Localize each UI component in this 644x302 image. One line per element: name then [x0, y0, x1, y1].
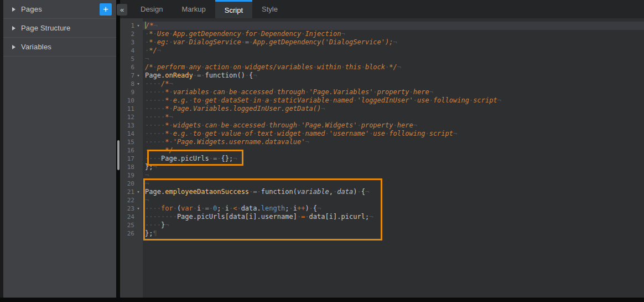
- code-token: ,·: [329, 188, 337, 196]
- code-line[interactable]: ·····*·variables·can·be·accessed·through…: [143, 88, 644, 96]
- whitespace-dot: ·: [145, 38, 149, 46]
- add-page-button[interactable]: +: [100, 3, 112, 16]
- code-line[interactable]: ¬: [143, 196, 644, 204]
- whitespace-dot: ·: [261, 96, 265, 104]
- code-line[interactable]: ·*·Use·App.getDependency·for·Dependency·…: [143, 30, 644, 38]
- whitespace-dot: ·: [153, 130, 157, 137]
- code-line[interactable]: Page.onReady·=·function()·{¬: [143, 71, 644, 80]
- end-of-line-marker: ¬: [393, 38, 397, 46]
- code-token: ;·i·: [217, 204, 233, 212]
- fold-arrow-icon[interactable]: ▾: [134, 71, 142, 80]
- fold-arrow-icon[interactable]: ▾: [134, 204, 142, 213]
- code-line[interactable]: };¶: [143, 229, 644, 238]
- code-line[interactable]: ·····*/¬: [143, 146, 644, 155]
- whitespace-dot: ·: [157, 204, 161, 212]
- tab-style[interactable]: Style: [252, 0, 287, 18]
- whitespace-dot: ·: [289, 204, 293, 212]
- code-area[interactable]: /*¬·*·Use·App.getDependency·for·Dependen…: [143, 18, 644, 298]
- whitespace-dot: ·: [161, 138, 165, 146]
- end-of-line-marker: ¬: [145, 180, 149, 187]
- script-editor[interactable]: 1▾234567▾8▾9101112131415161718192021▾222…: [120, 18, 644, 298]
- code-token: =: [253, 188, 257, 196]
- whitespace-dot: ·: [309, 204, 313, 212]
- whitespace-dot: ·: [241, 63, 245, 71]
- line-number: 24: [120, 213, 134, 221]
- line-number: 23: [120, 204, 134, 213]
- tab-design[interactable]: Design: [131, 0, 172, 18]
- whitespace-dot: ·: [237, 88, 241, 96]
- code-line[interactable]: ·····*·'Page.Widgets.username.datavalue'…: [143, 138, 644, 146]
- sidebar-item-variables[interactable]: Variables: [3, 38, 116, 57]
- whitespace-dot: ·: [249, 38, 253, 46]
- code-line[interactable]: ·····*·Page.Variables.loggedInUser.getDa…: [143, 105, 644, 113]
- code-line[interactable]: ¬: [143, 171, 644, 180]
- whitespace-dot: ·: [153, 113, 157, 121]
- whitespace-dot: ·: [153, 138, 157, 146]
- whitespace-dot: ·: [153, 105, 157, 112]
- fold-arrow-icon[interactable]: ▾: [134, 188, 142, 196]
- whitespace-dot: ·: [209, 155, 213, 162]
- whitespace-dot: ·: [201, 121, 205, 129]
- whitespace-dot: ·: [153, 204, 157, 212]
- code-line[interactable]: /*·perform·any·action·on·widgets/variabl…: [143, 63, 644, 71]
- whitespace-dot: ·: [157, 113, 161, 121]
- code-token: )·{: [353, 188, 365, 196]
- code-token: ·*·eg:·var·DialogService·=·App.getDepend…: [145, 38, 393, 46]
- whitespace-dot: ·: [153, 96, 157, 104]
- fold-arrow-icon[interactable]: ▾: [134, 80, 142, 88]
- whitespace-dot: ·: [209, 88, 213, 96]
- code-line[interactable]: ¬: [143, 55, 644, 63]
- fold-gutter: [134, 55, 142, 63]
- code-line[interactable]: ¬: [143, 180, 644, 188]
- end-of-line-marker: ¬: [429, 88, 433, 96]
- end-of-line-marker: ¬: [233, 155, 237, 162]
- end-of-line-marker: ¬: [317, 204, 321, 212]
- code-token: /*: [146, 22, 153, 29]
- whitespace-dot: ·: [201, 63, 205, 71]
- code-line[interactable]: };¬: [143, 163, 644, 171]
- whitespace-dot: ·: [157, 80, 161, 88]
- whitespace-dot: ·: [173, 204, 177, 212]
- code-line[interactable]: ····/*¬: [143, 80, 644, 88]
- whitespace-dot: ·: [193, 71, 197, 79]
- whitespace-dot: ·: [373, 88, 377, 96]
- code-line[interactable]: ·····*¬: [143, 113, 644, 121]
- fold-arrow-icon[interactable]: ▾: [134, 22, 142, 30]
- tab-markup[interactable]: Markup: [172, 0, 215, 18]
- code-line[interactable]: ····Page.picUrls·=·{};¬: [143, 155, 644, 163]
- code-line[interactable]: Page.employeeDataonSuccess·=·function(va…: [143, 188, 644, 196]
- code-line[interactable]: ····}¬: [143, 221, 644, 229]
- chevron-right-icon: [12, 26, 15, 30]
- code-line[interactable]: ········Page.picUrls[data[i].username]·=…: [143, 213, 644, 221]
- code-token: ·function(: [257, 188, 297, 196]
- line-number: 6: [120, 63, 134, 71]
- end-of-file-marker: ¶: [153, 229, 157, 237]
- whitespace-dot: ·: [169, 121, 173, 129]
- code-line[interactable]: ·····*·e.g.·to·get·dataSet·in·a·staticVa…: [143, 96, 644, 105]
- code-line[interactable]: /*¬: [143, 22, 644, 30]
- sidebar-item-pages[interactable]: Pages +: [3, 0, 116, 19]
- fold-gutter: [134, 221, 142, 229]
- code-token: ·data.: [237, 204, 261, 212]
- code-token: ·: [193, 71, 197, 79]
- whitespace-dot: ·: [161, 96, 165, 104]
- sidebar-item-page-structure[interactable]: Page Structure: [3, 19, 116, 38]
- code-line[interactable]: ·····*·widgets·can·be·accessed·through·'…: [143, 121, 644, 130]
- code-line[interactable]: ·*·eg:·var·DialogService·=·App.getDepend…: [143, 38, 644, 47]
- code-line[interactable]: ····for·(var·i·=·0;·i·<·data.length;·i++…: [143, 204, 644, 213]
- line-number: 18: [120, 163, 134, 171]
- whitespace-dot: ·: [413, 96, 417, 104]
- tab-script[interactable]: Script: [215, 0, 252, 18]
- code-token: ····/*: [145, 80, 169, 88]
- scrollbar-thumb[interactable]: [117, 140, 120, 170]
- whitespace-dot: ·: [157, 105, 161, 112]
- code-line[interactable]: ·····*·e.g.·to·get·value·of·text·widget·…: [143, 130, 644, 138]
- end-of-line-marker: ¬: [453, 130, 457, 137]
- code-line[interactable]: ·*/¬: [143, 47, 644, 55]
- code-token: ·····*: [145, 113, 169, 121]
- main-panel: Design Markup Script Style 1▾234567▾8▾91…: [120, 0, 644, 298]
- whitespace-dot: ·: [185, 38, 189, 46]
- whitespace-dot: ·: [169, 96, 173, 104]
- collapse-sidebar-button[interactable]: «: [117, 4, 127, 16]
- whitespace-dot: ·: [153, 63, 157, 71]
